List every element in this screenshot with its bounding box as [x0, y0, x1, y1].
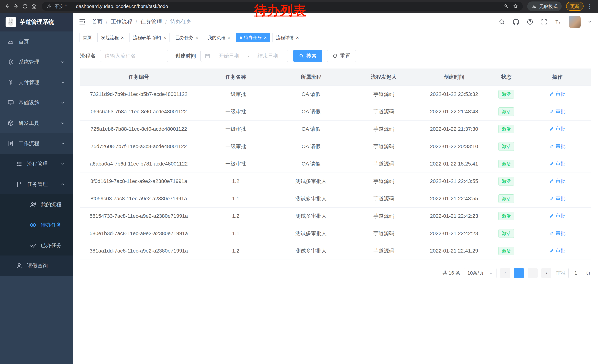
- sidebar-item-label: 首页: [18, 38, 29, 45]
- workflow-submenu: 流程管理 任务管理 我的流程 待办任务: [0, 154, 73, 276]
- date-range-picker[interactable]: 开始日期 - 结束日期: [200, 50, 288, 62]
- tab-label: 待办任务: [244, 35, 262, 40]
- github-icon[interactable]: [512, 18, 519, 25]
- tags-bar: 首页 × 发起流程 × 流程表单-编辑 × 已办任务 × 我的流程: [73, 31, 598, 44]
- breadcrumb-current: 待办任务: [170, 18, 191, 25]
- sidebar-item-workflow[interactable]: 工作流程: [0, 133, 73, 154]
- approve-link[interactable]: 审批: [549, 195, 565, 202]
- navbar-actions: TT: [498, 16, 592, 28]
- cell-status: 激活: [489, 225, 524, 242]
- prev-page-button[interactable]: ‹: [500, 268, 510, 278]
- sidebar-item-system[interactable]: 系统管理: [0, 52, 73, 72]
- chevron-up-icon: [60, 182, 65, 187]
- app-title: 芋道管理系统: [20, 18, 54, 26]
- back-icon[interactable]: [4, 3, 11, 10]
- cell-task-name: 一级审批: [198, 103, 274, 120]
- calendar-icon: [205, 53, 210, 59]
- tab[interactable]: 我的流程 ×: [204, 33, 234, 42]
- cell-created: 2022-01-22 20:33:10: [420, 138, 489, 155]
- screen: 不安全 dashboard.yudao.iocoder.cn/bpm/task/…: [0, 0, 598, 364]
- sidebar-item-task-mgmt[interactable]: 任务管理: [0, 174, 73, 194]
- logo[interactable]: 芋道管理系统: [0, 13, 73, 32]
- status-badge: 激活: [498, 125, 514, 133]
- page-number-button[interactable]: [514, 268, 524, 278]
- tab[interactable]: 已办任务 ×: [172, 33, 202, 42]
- cell-task-name: 一级审批: [198, 86, 274, 103]
- tab[interactable]: 流程详情 ×: [273, 33, 302, 42]
- update-button[interactable]: 更新: [566, 2, 583, 11]
- chevron-down-icon[interactable]: [588, 20, 592, 24]
- cell-starter: 芋道源码: [348, 173, 420, 190]
- home-icon[interactable]: [30, 3, 37, 10]
- refresh-icon: [332, 53, 338, 58]
- cell-process: OA 请假: [274, 86, 348, 103]
- approve-link[interactable]: 审批: [549, 160, 565, 167]
- sidebar-item-leave-query[interactable]: 请假查询: [0, 256, 73, 276]
- cell-task-id: 58154733-7ac8-11ec-a9e2-a2380e71991a: [80, 207, 198, 225]
- bookmark-star-icon[interactable]: [513, 4, 518, 9]
- approve-link[interactable]: 审批: [549, 247, 565, 254]
- avatar[interactable]: [569, 16, 581, 28]
- cell-task-name: 1.2: [198, 207, 274, 225]
- sidebar-item-process-mgmt[interactable]: 流程管理: [0, 154, 73, 174]
- tab[interactable]: 流程表单-编辑 ×: [130, 33, 170, 42]
- close-icon[interactable]: ×: [296, 35, 299, 40]
- start-date-placeholder[interactable]: 开始日期: [213, 52, 245, 59]
- help-icon[interactable]: [526, 18, 533, 25]
- search-icon[interactable]: [498, 18, 505, 25]
- cell-task-id: 8f0d1619-7ac8-11ec-a9e2-a2380e71991a: [80, 173, 198, 190]
- cell-task-name: 1.2: [198, 173, 274, 190]
- edit-icon: [549, 109, 554, 114]
- sidebar-item-home[interactable]: 首页: [0, 32, 73, 52]
- browser-toolbar: 不安全 dashboard.yudao.iocoder.cn/bpm/task/…: [0, 0, 598, 13]
- security-label[interactable]: 不安全: [54, 3, 68, 9]
- browser-menu-icon[interactable]: ⋮: [585, 3, 594, 10]
- sidebar-item-my-process[interactable]: 我的流程: [0, 194, 73, 215]
- close-icon[interactable]: ×: [228, 35, 231, 40]
- approve-link[interactable]: 审批: [549, 212, 565, 219]
- approve-link[interactable]: 审批: [549, 178, 565, 184]
- url-text[interactable]: dashboard.yudao.iocoder.cn/bpm/task/todo: [76, 4, 501, 9]
- approve-link[interactable]: 审批: [549, 126, 565, 132]
- sidebar-collapse-icon[interactable]: [79, 18, 86, 26]
- incognito-chip[interactable]: 无痕模式: [527, 1, 562, 11]
- tab[interactable]: 首页 ×: [79, 33, 95, 42]
- sidebar-item-payment[interactable]: 支付管理: [0, 72, 73, 93]
- table-row: 8f0d1619-7ac8-11ec-a9e2-a2380e71991a 1.2…: [80, 173, 590, 190]
- breadcrumb-item[interactable]: 首页: [92, 18, 103, 25]
- cell-starter: 芋道源码: [348, 242, 420, 259]
- approve-link[interactable]: 审批: [549, 108, 565, 115]
- search-button[interactable]: 搜索: [293, 50, 322, 62]
- close-icon[interactable]: ×: [195, 35, 198, 40]
- content: 流程名 创建时间 开始日期 - 结束日期 搜索 重: [73, 44, 598, 364]
- table-row: 725a1eb6-7b88-11ec-8ef0-acde48001122 一级审…: [80, 120, 590, 138]
- cell-action: 审批: [524, 155, 590, 173]
- sidebar-item-done-tasks[interactable]: 已办任务: [0, 235, 73, 256]
- breadcrumb-item[interactable]: 工作流程: [111, 18, 132, 25]
- key-icon[interactable]: [504, 4, 509, 9]
- font-size-icon[interactable]: TT: [555, 18, 562, 25]
- approve-link[interactable]: 审批: [549, 230, 565, 237]
- reset-button[interactable]: 重置: [327, 50, 356, 62]
- page-size-select[interactable]: 10条/页: [464, 268, 497, 278]
- close-icon[interactable]: ×: [264, 35, 267, 40]
- tab[interactable]: 发起流程 ×: [98, 33, 127, 42]
- refresh-icon[interactable]: [22, 3, 29, 10]
- process-name-input[interactable]: [100, 50, 168, 62]
- page-number-button[interactable]: [528, 268, 538, 278]
- sidebar-item-todo-tasks[interactable]: 待办任务: [0, 215, 73, 235]
- next-page-button[interactable]: ›: [541, 268, 551, 278]
- sidebar-item-devtools[interactable]: 研发工具: [0, 113, 73, 133]
- fullscreen-icon[interactable]: [540, 18, 548, 25]
- tab[interactable]: 待办任务 ×: [236, 33, 270, 42]
- sidebar-item-infra[interactable]: 基础设施: [0, 93, 73, 113]
- goto-page-input[interactable]: [568, 268, 583, 278]
- url-bar[interactable]: 不安全 dashboard.yudao.iocoder.cn/bpm/task/…: [42, 2, 523, 11]
- end-date-placeholder[interactable]: 结束日期: [252, 52, 284, 59]
- forward-icon[interactable]: [13, 3, 20, 10]
- breadcrumb-item[interactable]: 任务管理: [141, 18, 162, 25]
- approve-link[interactable]: 审批: [549, 91, 565, 97]
- approve-link[interactable]: 审批: [549, 143, 565, 150]
- close-icon[interactable]: ×: [121, 35, 124, 40]
- close-icon[interactable]: ×: [163, 35, 166, 40]
